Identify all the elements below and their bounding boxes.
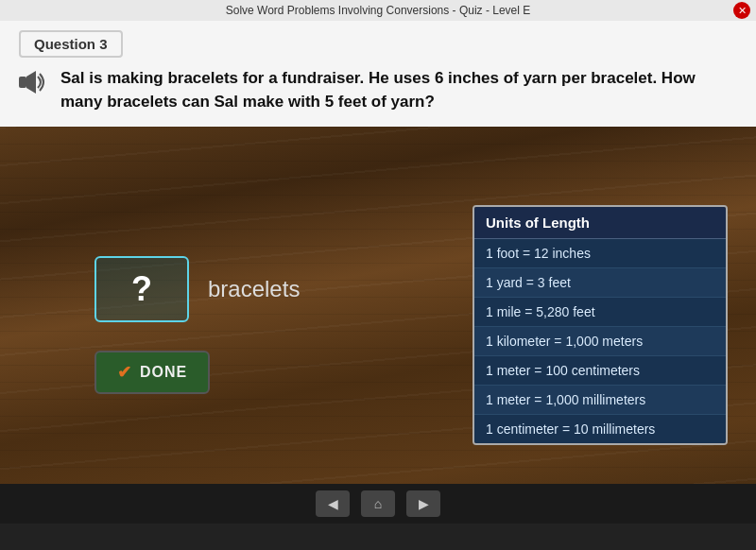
bottom-nav-bar: ◀ ⌂ ▶	[0, 484, 756, 524]
unit-label: bracelets	[208, 276, 300, 302]
answer-row: ? bracelets	[94, 256, 300, 322]
window-title: Solve Word Problems Involving Conversion…	[226, 4, 531, 17]
done-label: DONE	[140, 364, 187, 381]
home-button[interactable]: ⌂	[361, 490, 395, 517]
checkmark-icon: ✔	[117, 362, 132, 383]
title-bar: Solve Word Problems Involving Conversion…	[0, 0, 756, 21]
prev-button[interactable]: ◀	[316, 490, 350, 517]
close-button[interactable]: ✕	[733, 2, 750, 19]
unit-row: 1 mile = 5,280 feet	[474, 298, 726, 327]
next-button[interactable]: ▶	[406, 490, 440, 517]
question-header: Question 3 Sal is making bracelets for a…	[0, 21, 756, 127]
svg-marker-1	[26, 71, 36, 94]
units-table: Units of Length 1 foot = 12 inches 1 yar…	[472, 205, 728, 445]
units-table-header: Units of Length	[474, 207, 726, 239]
unit-row: 1 meter = 1,000 millimeters	[474, 386, 726, 415]
answer-input-box[interactable]: ?	[94, 256, 189, 322]
question-label: Question 3	[19, 30, 123, 58]
speaker-icon[interactable]	[19, 69, 49, 99]
unit-row: 1 yard = 3 feet	[474, 268, 726, 298]
question-body: Sal is making bracelets for a fundraiser…	[19, 67, 737, 113]
unit-row: 1 centimeter = 10 millimeters	[474, 415, 726, 443]
svg-rect-0	[19, 77, 26, 88]
unit-row: 1 foot = 12 inches	[474, 239, 726, 268]
main-content: ? bracelets ✔ DONE Units of Length 1 foo…	[0, 127, 756, 524]
unit-row: 1 kilometer = 1,000 meters	[474, 327, 726, 356]
question-text: Sal is making bracelets for a fundraiser…	[60, 67, 737, 113]
answer-area: ? bracelets ✔ DONE	[28, 256, 472, 394]
answer-placeholder: ?	[131, 269, 152, 309]
done-button[interactable]: ✔ DONE	[94, 351, 210, 394]
unit-row: 1 meter = 100 centimeters	[474, 356, 726, 386]
